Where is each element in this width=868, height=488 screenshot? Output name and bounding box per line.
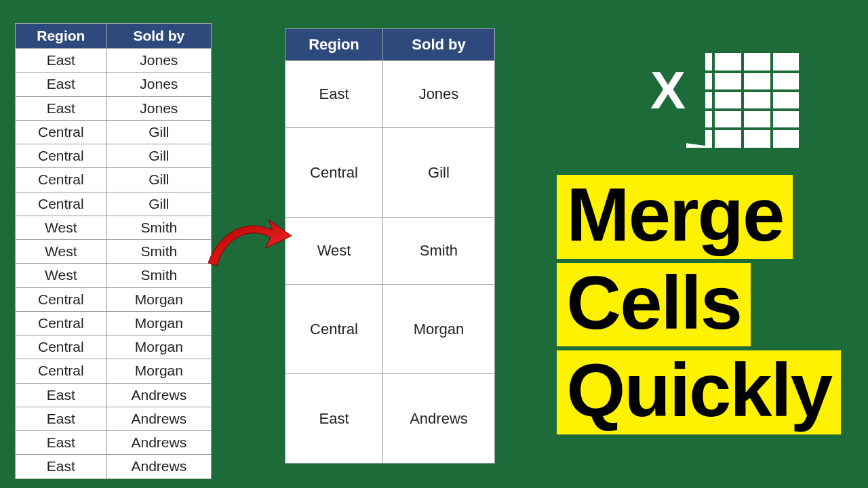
cell-region: West bbox=[16, 216, 107, 239]
table-row: CentralGill bbox=[16, 192, 212, 216]
cell-soldby: Morgan bbox=[106, 287, 211, 311]
cell-region: East bbox=[16, 49, 107, 73]
cell-region: Central bbox=[285, 128, 383, 218]
table-row: EastJones bbox=[16, 73, 212, 96]
header-region: Region bbox=[285, 29, 383, 61]
table-row: CentralMorgan bbox=[16, 311, 212, 335]
cell-soldby: Jones bbox=[106, 49, 211, 73]
cell-region: East bbox=[16, 431, 107, 455]
unmerged-table: Region Sold by EastJonesEastJonesEastJon… bbox=[15, 23, 212, 479]
cell-soldby: Jones bbox=[106, 96, 211, 120]
cell-region: West bbox=[285, 218, 383, 285]
cell-soldby: Gill bbox=[106, 168, 211, 192]
cell-soldby: Jones bbox=[382, 61, 494, 128]
table-row: CentralGill bbox=[16, 120, 212, 144]
excel-icon: X bbox=[631, 27, 807, 156]
cell-region: Central bbox=[16, 168, 107, 192]
cell-soldby: Morgan bbox=[106, 336, 211, 359]
cell-region: East bbox=[16, 96, 107, 120]
merged-table-panel: Region Sold by EastJonesCentralGillWestS… bbox=[285, 28, 495, 464]
cell-soldby: Andrews bbox=[106, 431, 211, 455]
cell-soldby: Gill bbox=[382, 128, 494, 218]
header-region: Region bbox=[16, 24, 107, 49]
table-row: CentralGill bbox=[16, 144, 212, 168]
cell-soldby: Andrews bbox=[106, 455, 211, 479]
cell-region: Central bbox=[16, 192, 107, 216]
arrow-icon bbox=[205, 210, 293, 271]
table-row: EastJones bbox=[16, 49, 212, 73]
table-row: WestSmith bbox=[16, 216, 212, 239]
title-line-1: Merge bbox=[557, 175, 793, 259]
cell-region: East bbox=[16, 407, 107, 430]
svg-text:X: X bbox=[650, 60, 686, 120]
title-line-3: Quickly bbox=[557, 350, 841, 434]
cell-region: Central bbox=[16, 120, 107, 144]
cell-soldby: Andrews bbox=[106, 383, 211, 407]
header-soldby: Sold by bbox=[382, 29, 494, 61]
cell-soldby: Gill bbox=[106, 120, 211, 144]
cell-region: Central bbox=[285, 285, 383, 374]
table-row: WestSmith bbox=[16, 240, 212, 264]
table-row: CentralGill bbox=[16, 168, 212, 192]
cell-soldby: Smith bbox=[106, 240, 211, 264]
cell-region: East bbox=[16, 383, 107, 407]
header-soldby: Sold by bbox=[106, 24, 211, 49]
table-row: CentralMorgan bbox=[285, 285, 495, 374]
unmerged-table-panel: Region Sold by EastJonesEastJonesEastJon… bbox=[15, 23, 212, 479]
table-row: EastJones bbox=[285, 61, 495, 128]
cell-soldby: Smith bbox=[382, 218, 494, 285]
cell-soldby: Morgan bbox=[106, 359, 211, 383]
cell-region: Central bbox=[16, 359, 107, 383]
table-row: WestSmith bbox=[285, 218, 495, 285]
cell-soldby: Gill bbox=[106, 144, 211, 168]
cell-region: East bbox=[16, 455, 107, 479]
cell-soldby: Jones bbox=[106, 73, 211, 96]
table-row: CentralMorgan bbox=[16, 287, 212, 311]
cell-region: Central bbox=[16, 144, 107, 168]
table-row: CentralGill bbox=[285, 128, 495, 218]
table-row: WestSmith bbox=[16, 264, 212, 287]
merged-table: Region Sold by EastJonesCentralGillWestS… bbox=[285, 28, 495, 464]
title-line-2: Cells bbox=[557, 263, 751, 347]
cell-region: Central bbox=[16, 287, 107, 311]
cell-soldby: Morgan bbox=[382, 285, 494, 374]
table-row: EastAndrews bbox=[16, 407, 212, 430]
cell-soldby: Smith bbox=[106, 264, 211, 287]
table-row: EastJones bbox=[16, 96, 212, 120]
cell-region: East bbox=[285, 61, 383, 128]
cell-region: East bbox=[285, 374, 383, 464]
title-block: Merge Cells Quickly bbox=[557, 175, 841, 434]
cell-soldby: Andrews bbox=[106, 407, 211, 430]
cell-soldby: Morgan bbox=[106, 311, 211, 335]
cell-region: West bbox=[16, 264, 107, 287]
table-row: EastAndrews bbox=[16, 431, 212, 455]
table-row: EastAndrews bbox=[16, 455, 212, 479]
cell-region: East bbox=[16, 73, 107, 96]
table-row: CentralMorgan bbox=[16, 359, 212, 383]
cell-region: Central bbox=[16, 311, 107, 335]
cell-region: West bbox=[16, 240, 107, 264]
cell-soldby: Gill bbox=[106, 192, 211, 216]
table-row: EastAndrews bbox=[285, 374, 495, 464]
cell-soldby: Smith bbox=[106, 216, 211, 239]
table-row: CentralMorgan bbox=[16, 336, 212, 359]
cell-region: Central bbox=[16, 336, 107, 359]
cell-soldby: Andrews bbox=[382, 374, 494, 464]
table-row: EastAndrews bbox=[16, 383, 212, 407]
